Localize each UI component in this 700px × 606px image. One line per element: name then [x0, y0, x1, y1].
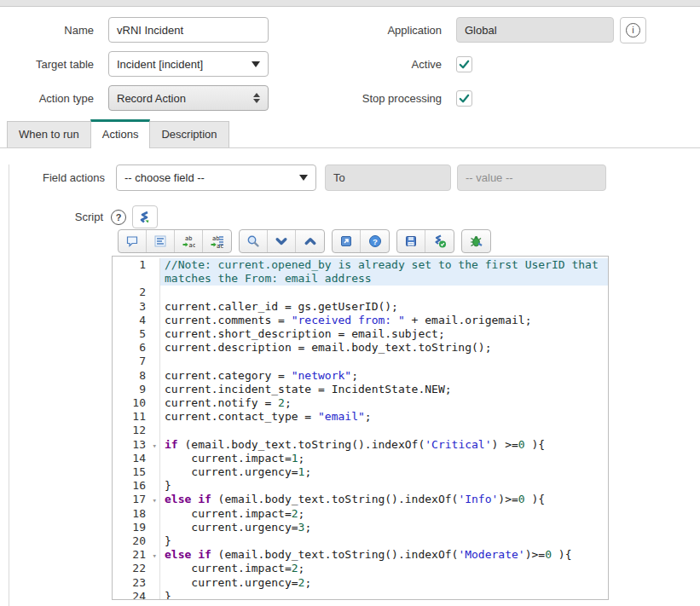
name-input[interactable]: vRNI Incident: [108, 17, 269, 43]
line-number: 12: [113, 424, 160, 437]
code-line: 15 current.urgency=1;: [113, 465, 608, 479]
code-line: 7: [113, 355, 608, 368]
code-text: current.caller_id = gs.getUserID();: [160, 300, 608, 314]
debug-group: [461, 229, 491, 253]
help-icon: ?: [368, 234, 382, 248]
select-updown-icon: [253, 93, 260, 103]
field-actions-label: Field actions: [9, 171, 105, 184]
code-text: current.impact=2;: [160, 507, 608, 521]
active-label: Active: [269, 58, 442, 71]
tab-description[interactable]: Description: [149, 121, 229, 147]
replace-all-button[interactable]: abac: [203, 230, 231, 252]
line-number: 17▾: [113, 493, 160, 506]
record-form: Name vRNI Incident Application Global i …: [0, 7, 700, 111]
line-number: 19: [113, 521, 160, 534]
save-button[interactable]: [397, 230, 425, 252]
find-previous-icon: [304, 234, 317, 248]
tab-when-to-run[interactable]: When to run: [7, 121, 91, 147]
open-new-window-icon: [339, 234, 353, 248]
code-text: current.impact=2;: [160, 562, 608, 575]
target-table-select[interactable]: Incident [incident]: [108, 51, 269, 77]
application-input: Global: [456, 17, 614, 43]
code-line: 14 current.impact=1;: [113, 452, 608, 465]
format-code-button[interactable]: [147, 230, 175, 252]
tab-actions[interactable]: Actions: [90, 119, 151, 148]
code-text: else if (email.body_text.toString().inde…: [160, 493, 608, 506]
open-new-window-button[interactable]: [333, 230, 361, 252]
target-table-label: Target table: [0, 58, 94, 71]
line-number: 20: [113, 534, 160, 548]
code-text: [160, 286, 608, 299]
code-line: 12: [113, 424, 608, 437]
field-actions-row: Field actions -- choose field -- To -- v…: [9, 164, 700, 191]
code-line: 17▾else if (email.body_text.toString().i…: [113, 493, 608, 506]
code-text: current.urgency=1;: [160, 465, 608, 479]
save-icon: [404, 234, 418, 248]
code-editor[interactable]: 1//Note: current.opened_by is already se…: [112, 256, 609, 600]
find-previous-button[interactable]: [296, 230, 324, 252]
syntax-editor-toggle-button[interactable]: [132, 205, 158, 228]
fold-arrow-icon[interactable]: ▾: [153, 493, 157, 507]
check-icon: [458, 58, 471, 71]
line-number: 7: [113, 355, 160, 368]
tab-bar: When to run Actions Description: [0, 119, 700, 148]
stop-processing-checkbox[interactable]: [456, 90, 472, 107]
fold-arrow-icon[interactable]: ▾: [153, 439, 157, 453]
replace-button[interactable]: abac: [175, 230, 203, 252]
code-text: }: [160, 590, 608, 600]
code-text: current.contact_type = "email";: [160, 410, 608, 424]
save-check-group: [396, 229, 454, 253]
field-actions-field-select[interactable]: -- choose field --: [116, 164, 316, 191]
field-actions-value-field[interactable]: -- value --: [457, 164, 606, 191]
action-type-select[interactable]: Record Action: [108, 85, 269, 111]
code-line: 13▾if (email.body_text.toString().indexO…: [113, 438, 608, 452]
code-text: current.urgency=2;: [160, 576, 608, 590]
line-number: 10: [113, 396, 160, 410]
code-line: 18 current.impact=2;: [113, 507, 608, 521]
form-row-target-table: Target table Incident [incident] Active: [0, 51, 700, 77]
code-line: 16}: [113, 479, 608, 493]
code-text: [160, 355, 608, 368]
application-info-button[interactable]: i: [620, 17, 646, 43]
active-checkbox[interactable]: [456, 56, 472, 72]
line-number: 16: [113, 479, 160, 493]
help-button[interactable]: ?: [361, 230, 389, 252]
debug-button[interactable]: [462, 230, 490, 252]
info-icon: i: [626, 23, 640, 38]
name-label: Name: [0, 24, 94, 37]
code-text: current.incident_state = IncidentState.N…: [160, 383, 608, 396]
code-text: [160, 424, 608, 437]
window-help-group: ?: [332, 229, 390, 253]
code-text: current.description = email.body_text.to…: [160, 341, 608, 355]
code-text: current.category = "network";: [160, 369, 608, 383]
line-number: 8: [113, 369, 160, 383]
fold-arrow-icon[interactable]: ▾: [153, 549, 157, 563]
comment-button[interactable]: [119, 230, 147, 252]
line-number: 24: [113, 590, 160, 600]
svg-text:ab: ab: [212, 235, 219, 242]
script-label: Script: [9, 211, 103, 223]
code-text: current.short_description = email.subjec…: [160, 327, 608, 341]
code-line: 5current.short_description = email.subje…: [113, 327, 608, 341]
actions-tab-panel: Field actions -- choose field -- To -- v…: [9, 164, 700, 606]
top-gray-bar: [0, 0, 700, 7]
code-line: 22 current.impact=2;: [113, 562, 608, 575]
form-row-action-type: Action type Record Action Stop processin…: [0, 85, 700, 111]
line-number: 22: [113, 562, 160, 575]
line-number: 6: [113, 341, 160, 355]
find-next-button[interactable]: [268, 230, 296, 252]
svg-text:?: ?: [373, 237, 378, 246]
code-line: 2: [113, 286, 608, 299]
code-text: current.impact=1;: [160, 452, 608, 465]
comment-icon: [125, 234, 139, 248]
line-number: 14: [113, 452, 160, 465]
code-text: current.notify = 2;: [160, 396, 608, 410]
chevron-down-icon: [252, 61, 260, 67]
code-line: 1//Note: current.opened_by is already se…: [113, 258, 608, 286]
code-line: 21▾else if (email.body_text.toString().i…: [113, 548, 608, 562]
line-number: 23: [113, 576, 160, 590]
syntax-check-button[interactable]: [425, 230, 454, 252]
line-number: 11: [113, 410, 160, 424]
search-button[interactable]: [240, 230, 268, 252]
help-circle-icon[interactable]: ?: [111, 210, 126, 225]
